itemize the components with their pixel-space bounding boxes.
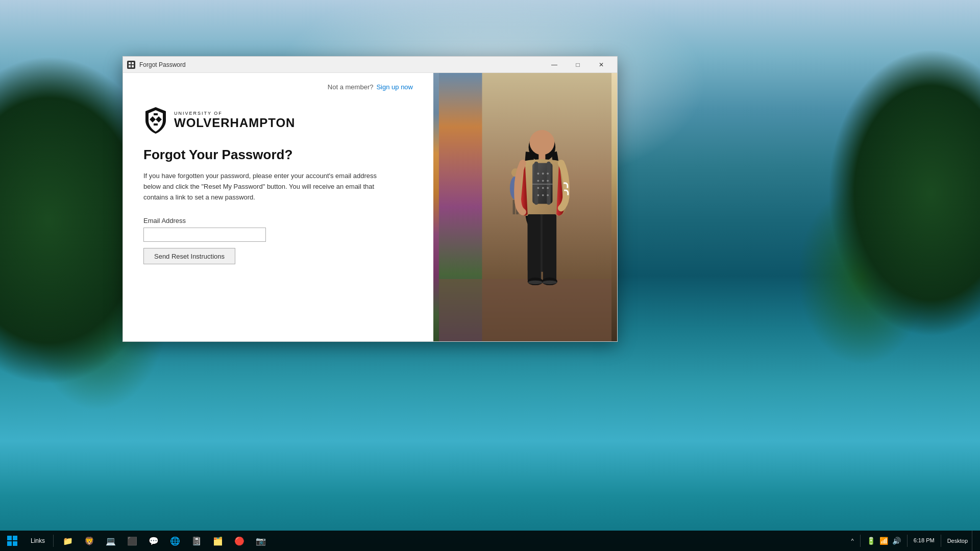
svg-point-28 (542, 187, 544, 189)
svg-rect-36 (543, 214, 556, 282)
battery-icon: 🔋 (867, 537, 875, 545)
teams-icon: 💬 (149, 536, 159, 546)
volume-icon: 🔊 (892, 537, 901, 545)
svg-point-29 (547, 187, 549, 189)
svg-point-16 (529, 130, 554, 155)
svg-point-32 (547, 194, 549, 196)
not-member-text: Not a member? (328, 83, 374, 91)
svg-rect-1 (132, 62, 134, 64)
chevron-up-icon[interactable]: ^ (851, 538, 854, 544)
chrome-icon: 🌐 (170, 536, 180, 546)
svg-rect-45 (13, 541, 17, 546)
page-title: Forgot Your Password? (143, 147, 413, 163)
clock-time: 6:18 PM (914, 537, 935, 544)
svg-point-23 (547, 172, 549, 174)
onenote-button[interactable]: 📓 (186, 531, 207, 551)
system-tray-icons: ^ (851, 538, 854, 544)
svg-rect-0 (129, 62, 131, 64)
window-controls: — □ ✕ (543, 57, 613, 73)
desktop-label[interactable]: Desktop (947, 538, 968, 544)
start-button[interactable] (0, 531, 24, 551)
logo-wolverhampton-text: WOLVERHAMPTON (174, 116, 295, 130)
logo-text-area: UNIVERSITY OF WOLVERHAMPTON (174, 111, 295, 130)
windows-logo-icon (7, 536, 17, 546)
svg-point-27 (537, 187, 539, 189)
svg-rect-5 (154, 123, 158, 126)
vscode-icon: 💻 (106, 536, 116, 546)
svg-rect-4 (154, 113, 158, 115)
forgot-password-window: Forgot Password — □ ✕ Not a member? Sign… (122, 56, 618, 342)
chrome-button[interactable]: 🌐 (165, 531, 185, 551)
app9-icon: 📷 (256, 536, 266, 546)
app8-button[interactable]: 🔴 (229, 531, 250, 551)
svg-point-30 (537, 194, 539, 196)
image-panel (433, 73, 617, 341)
email-input[interactable] (143, 228, 266, 242)
file-explorer-icon: 📁 (63, 536, 73, 546)
svg-point-40 (528, 281, 543, 285)
logo-university-of-text: UNIVERSITY OF (174, 111, 295, 116)
file-explorer-button[interactable]: 📁 (58, 531, 78, 551)
window-titlebar: Forgot Password — □ ✕ (123, 57, 617, 73)
brave-button[interactable]: 🦁 (79, 531, 100, 551)
terminal-button[interactable]: ⬛ (122, 531, 142, 551)
window-title: Forgot Password (139, 61, 543, 68)
svg-rect-14 (439, 279, 611, 341)
app7-icon: 🗂️ (213, 536, 223, 546)
logo-area: UNIVERSITY OF WOLVERHAMPTON (143, 106, 413, 135)
taskbar-separator-4 (941, 535, 941, 547)
university-shield-icon (143, 106, 168, 135)
person-silhouette-icon (433, 73, 617, 341)
minimize-button[interactable]: — (543, 57, 566, 73)
svg-rect-35 (528, 214, 541, 282)
svg-point-41 (543, 281, 557, 285)
taskbar-pinned-apps: 📁 🦁 💻 ⬛ 💬 🌐 📓 🗂️ 🔴 📷 (58, 531, 271, 551)
svg-rect-43 (13, 536, 17, 540)
taskbar-links-label[interactable]: Links (24, 537, 51, 544)
svg-point-26 (547, 180, 549, 182)
form-panel: Not a member? Sign up now UNIVERSITY OF (123, 73, 433, 341)
svg-point-31 (542, 194, 544, 196)
app7-button[interactable]: 🗂️ (208, 531, 228, 551)
app8-icon: 🔴 (234, 536, 244, 546)
svg-rect-44 (7, 541, 12, 546)
email-label: Email Address (143, 217, 413, 224)
taskbar: Links 📁 🦁 💻 ⬛ 💬 🌐 📓 🗂️ 🔴 📷 (0, 531, 980, 551)
taskbar-right: ^ 🔋 📶 🔊 6:18 PM Desktop (851, 531, 981, 551)
svg-point-24 (537, 180, 539, 182)
onenote-icon: 📓 (191, 536, 202, 546)
close-button[interactable]: ✕ (590, 57, 613, 73)
logo-container: UNIVERSITY OF WOLVERHAMPTON (143, 106, 413, 135)
svg-rect-3 (132, 65, 134, 67)
brave-icon: 🦁 (84, 536, 94, 546)
svg-point-22 (542, 172, 544, 174)
vscode-button[interactable]: 💻 (101, 531, 121, 551)
taskbar-clock[interactable]: 6:18 PM (914, 537, 935, 544)
svg-rect-20 (547, 162, 551, 205)
window-content: Not a member? Sign up now UNIVERSITY OF (123, 73, 617, 341)
taskbar-separator-1 (53, 535, 54, 547)
network-icon: 📶 (879, 537, 888, 545)
svg-rect-19 (534, 162, 538, 205)
sign-up-link[interactable]: Sign up now (376, 83, 413, 91)
svg-point-25 (542, 180, 544, 182)
svg-rect-2 (129, 65, 131, 67)
window-app-icon (127, 61, 135, 69)
instruction-text: If you have forgotten your password, ple… (143, 171, 388, 203)
show-desktop-button[interactable] (972, 531, 976, 551)
terminal-icon: ⬛ (127, 536, 137, 546)
teams-button[interactable]: 💬 (143, 531, 164, 551)
maximize-button[interactable]: □ (566, 57, 590, 73)
send-reset-instructions-button[interactable]: Send Reset Instructions (143, 248, 235, 264)
taskbar-separator-3 (907, 535, 908, 547)
top-bar: Not a member? Sign up now (143, 83, 413, 91)
app9-button[interactable]: 📷 (251, 531, 271, 551)
svg-point-21 (537, 172, 539, 174)
svg-rect-42 (7, 536, 12, 540)
taskbar-separator-2 (860, 535, 861, 547)
